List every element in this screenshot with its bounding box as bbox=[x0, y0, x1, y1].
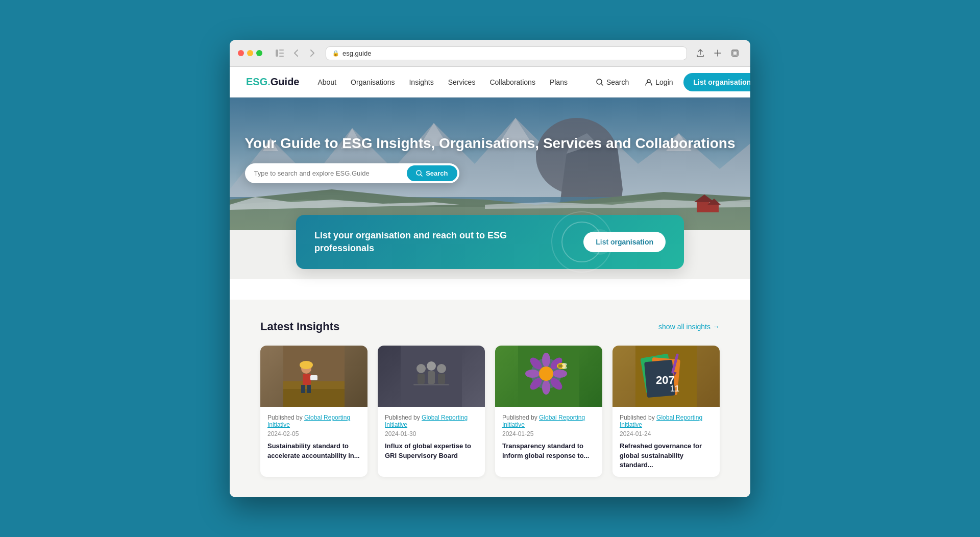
insight-card-title: Refreshed governance for global sustaina… bbox=[620, 442, 713, 470]
nav-links: About Organisations Insights Services Co… bbox=[311, 74, 573, 90]
hero-search-bar: Search bbox=[245, 163, 459, 183]
show-all-insights-link[interactable]: show all insights → bbox=[658, 323, 720, 331]
address-bar[interactable]: 🔒 esg.guide bbox=[326, 46, 687, 60]
nav-services[interactable]: Services bbox=[442, 74, 482, 90]
svg-point-52 bbox=[553, 370, 567, 378]
user-icon bbox=[645, 79, 652, 86]
insight-card-body: Published by Global Reporting Initiative… bbox=[260, 407, 368, 467]
insight-image-4: 207 11 bbox=[635, 346, 697, 407]
svg-point-40 bbox=[416, 364, 426, 373]
browser-window: 🔒 esg.guide bbox=[230, 40, 750, 497]
insights-grid: Published by Global Reporting Initiative… bbox=[260, 346, 720, 477]
svg-rect-36 bbox=[307, 385, 311, 393]
back-icon[interactable] bbox=[289, 46, 303, 60]
svg-rect-43 bbox=[428, 371, 435, 384]
close-button[interactable] bbox=[238, 50, 244, 56]
svg-rect-38 bbox=[310, 375, 317, 380]
insight-publisher: Published by Global Reporting Initiative bbox=[502, 414, 595, 428]
hero-search-label: Search bbox=[426, 169, 448, 177]
minimize-button[interactable] bbox=[247, 50, 253, 56]
logo[interactable]: ESG . Guide bbox=[246, 76, 299, 88]
search-icon bbox=[596, 79, 603, 86]
cta-text: List your organisation and reach out to … bbox=[314, 229, 539, 255]
svg-rect-34 bbox=[303, 374, 311, 385]
cta-list-button[interactable]: List organisation bbox=[583, 232, 666, 252]
svg-point-51 bbox=[525, 370, 540, 378]
svg-rect-3 bbox=[279, 56, 284, 57]
nav-login-label: Login bbox=[655, 78, 673, 86]
arrow-icon: → bbox=[713, 323, 720, 331]
url-text: esg.guide bbox=[342, 50, 371, 57]
logo-guide: Guide bbox=[271, 76, 300, 88]
hero-search-input[interactable] bbox=[254, 169, 407, 177]
insight-date: 2024-01-30 bbox=[385, 430, 478, 437]
insight-card-body: Published by Global Reporting Initiative… bbox=[612, 407, 720, 477]
insight-card-title: Influx of global expertise to GRI Superv… bbox=[385, 442, 478, 460]
svg-rect-35 bbox=[301, 385, 305, 393]
insight-card[interactable]: Published by Global Reporting Initiative… bbox=[260, 346, 368, 477]
insight-card-body: Published by Global Reporting Initiative… bbox=[378, 407, 485, 467]
svg-point-63 bbox=[562, 366, 567, 369]
nav-insights[interactable]: Insights bbox=[403, 74, 439, 90]
insight-image-1 bbox=[283, 346, 345, 407]
cta-banner: List your organisation and reach out to … bbox=[296, 215, 684, 269]
insight-card-body: Published by Global Reporting Initiative… bbox=[495, 407, 602, 467]
browser-nav-icons bbox=[273, 46, 320, 60]
insight-image-2 bbox=[401, 346, 462, 407]
insight-publisher: Published by Global Reporting Initiative bbox=[620, 414, 713, 428]
new-tab-icon[interactable] bbox=[710, 46, 725, 60]
hero-search-button[interactable]: Search bbox=[407, 165, 457, 181]
svg-rect-41 bbox=[418, 374, 425, 384]
svg-point-44 bbox=[437, 364, 446, 373]
nav-login[interactable]: Login bbox=[639, 74, 679, 90]
svg-point-62 bbox=[562, 363, 567, 366]
sidebar-toggle-icon[interactable] bbox=[273, 46, 287, 60]
insight-card[interactable]: Published by Global Reporting Initiative… bbox=[378, 346, 485, 477]
nav-about[interactable]: About bbox=[311, 74, 342, 90]
insight-publisher: Published by Global Reporting Initiative bbox=[267, 414, 360, 428]
nav-organisations[interactable]: Organisations bbox=[345, 74, 401, 90]
navbar: ESG . Guide About Organisations Insights… bbox=[230, 67, 750, 97]
insight-card[interactable]: 207 11 Published by Global Reporting Ini… bbox=[612, 346, 720, 477]
insight-date: 2024-01-25 bbox=[502, 430, 595, 437]
svg-point-42 bbox=[427, 361, 436, 371]
svg-point-50 bbox=[542, 380, 550, 395]
forward-icon[interactable] bbox=[305, 46, 320, 60]
svg-rect-45 bbox=[438, 374, 445, 384]
insight-card-title: Sustainability standard to accelerate ac… bbox=[267, 442, 360, 460]
svg-rect-32 bbox=[283, 389, 345, 407]
nav-collaborations[interactable]: Collaborations bbox=[483, 74, 542, 90]
insight-image-3 bbox=[518, 346, 579, 407]
svg-rect-46 bbox=[413, 384, 449, 385]
nav-search[interactable]: Search bbox=[590, 74, 635, 90]
browser-titlebar: 🔒 esg.guide bbox=[230, 40, 750, 67]
svg-text:11: 11 bbox=[670, 384, 679, 393]
svg-rect-0 bbox=[276, 50, 278, 57]
share-icon[interactable] bbox=[693, 46, 707, 60]
hero-section: Your Guide to ESG Insights, Organisation… bbox=[230, 97, 750, 230]
insight-card-title: Transparency standard to inform global r… bbox=[502, 442, 595, 460]
nav-plans[interactable]: Plans bbox=[544, 74, 574, 90]
insights-title: Latest Insights bbox=[260, 320, 339, 333]
svg-point-49 bbox=[542, 353, 550, 367]
logo-esg: ESG bbox=[246, 76, 267, 88]
svg-rect-2 bbox=[279, 53, 284, 54]
nav-search-label: Search bbox=[606, 78, 629, 86]
window-controls bbox=[238, 50, 262, 56]
tabs-icon[interactable] bbox=[728, 46, 742, 60]
maximize-button[interactable] bbox=[256, 50, 262, 56]
svg-rect-1 bbox=[279, 50, 284, 51]
show-all-label: show all insights bbox=[658, 323, 710, 331]
insight-publisher: Published by Global Reporting Initiative bbox=[385, 414, 478, 428]
list-org-button[interactable]: List organisation bbox=[683, 73, 750, 91]
hero-title: Your Guide to ESG Insights, Organisation… bbox=[245, 134, 736, 153]
svg-point-37 bbox=[300, 361, 313, 369]
search-icon-hero bbox=[416, 170, 423, 177]
insight-date: 2024-02-05 bbox=[267, 430, 360, 437]
svg-rect-60 bbox=[558, 364, 560, 368]
hero-content: Your Guide to ESG Insights, Organisation… bbox=[235, 134, 746, 183]
insight-card[interactable]: Published by Global Reporting Initiative… bbox=[495, 346, 602, 477]
insight-date: 2024-01-24 bbox=[620, 430, 713, 437]
browser-action-buttons bbox=[693, 46, 742, 60]
insights-section: Latest Insights show all insights → bbox=[230, 300, 750, 497]
